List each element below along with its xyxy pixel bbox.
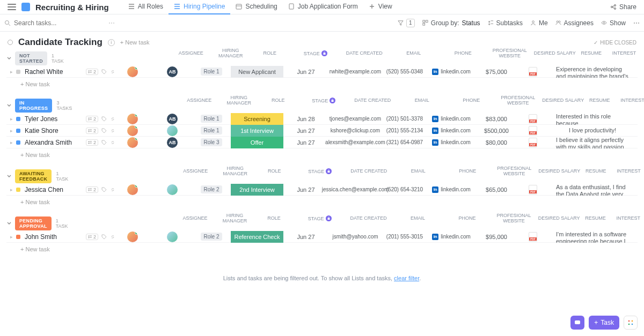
task-name[interactable]: Katie Shore	[25, 127, 83, 135]
col-phone[interactable]: PHONE	[449, 98, 494, 103]
role-chip[interactable]: Role 2	[201, 185, 223, 193]
me-button[interactable]: Me	[530, 19, 548, 27]
status-pill[interactable]: NOT STARTED	[15, 51, 47, 65]
col-phone[interactable]: PHONE	[445, 215, 490, 221]
expand-icon[interactable]: ▸	[6, 234, 16, 240]
pdf-icon[interactable]	[529, 185, 537, 195]
tag-icon[interactable]	[101, 128, 107, 133]
subtask-count[interactable]: 2	[86, 116, 98, 122]
col-date[interactable]: DATE CREATED	[342, 50, 387, 56]
status-dot[interactable]	[16, 235, 20, 239]
col-resume[interactable]: RESUME	[580, 215, 611, 221]
website-link[interactable]: inlinkedin.com	[432, 116, 471, 122]
new-task-link[interactable]: + New task	[120, 39, 150, 46]
pdf-icon[interactable]	[529, 114, 537, 124]
col-interest[interactable]: INTEREST	[615, 98, 644, 103]
hamburger-icon[interactable]	[8, 4, 16, 10]
role-chip[interactable]: Role 2	[201, 233, 223, 241]
info-icon[interactable]: i	[108, 39, 115, 46]
email-cell[interactable]: jsmith@yahoo.com	[328, 234, 382, 240]
hide-closed-button[interactable]: ✓ HIDE CLOSED	[594, 40, 636, 46]
col-website[interactable]: PROFESIONAL WEBSITE	[490, 213, 538, 223]
stage-cell[interactable]: Reference Check	[231, 231, 283, 243]
task-row[interactable]: ▸ Katie Shore 2 Role 1 1st Interview Jun…	[6, 125, 638, 137]
assignees-button[interactable]: Assignees	[555, 19, 594, 27]
col-stage[interactable]: STAGE	[294, 168, 346, 174]
task-name[interactable]: Tyler Jones	[25, 115, 83, 123]
avatar[interactable]	[127, 66, 138, 77]
col-role[interactable]: ROLE	[255, 168, 294, 174]
show-button[interactable]: Show	[601, 19, 626, 27]
expand-icon[interactable]: ▸	[6, 128, 16, 133]
website-link[interactable]: inlinkedin.com	[432, 139, 471, 146]
task-row[interactable]: ▸ Jessica Chen 2 Role 2 2nd Interview Ju…	[6, 184, 638, 196]
group-collapse-toggle[interactable]	[6, 220, 12, 227]
stage-cell[interactable]: 1st Interview	[231, 125, 283, 137]
status-dot[interactable]	[16, 188, 20, 192]
status-dot[interactable]	[16, 117, 20, 121]
tag-icon[interactable]	[101, 69, 107, 74]
col-website[interactable]: PROFESIONAL WEBSITE	[494, 95, 542, 106]
email-cell[interactable]: alexsmith@example.com	[328, 139, 382, 145]
website-link[interactable]: inlinkedin.com	[432, 69, 471, 75]
col-assignee[interactable]: ASSIGNEE	[175, 168, 215, 174]
col-resume[interactable]: RESUME	[584, 98, 615, 103]
stage-cell[interactable]: Screening	[231, 113, 283, 125]
new-task-row[interactable]: + New task	[6, 148, 638, 161]
col-manager[interactable]: HIRING MANAGER	[215, 166, 255, 176]
stage-cell[interactable]: Offer	[231, 137, 283, 148]
tab-application-form[interactable]: Job Application Form	[283, 0, 363, 14]
group-by-button[interactable]: Group by: Status	[422, 19, 480, 27]
expand-icon[interactable]: ▸	[6, 69, 16, 74]
avatar[interactable]	[127, 114, 138, 124]
subtasks-button[interactable]: Subtasks	[488, 19, 523, 27]
website-link[interactable]: inlinkedin.com	[432, 128, 471, 134]
col-date[interactable]: DATE CREATED	[346, 215, 391, 221]
role-chip[interactable]: Role 1	[201, 115, 223, 123]
role-chip[interactable]: Role 1	[201, 68, 223, 76]
avatar[interactable]	[167, 232, 178, 242]
task-name[interactable]: John Smith	[25, 233, 83, 241]
group-collapse-toggle[interactable]	[6, 102, 12, 109]
subtask-count[interactable]: 2	[86, 234, 98, 240]
status-dot[interactable]	[16, 140, 20, 145]
status-pill[interactable]: PENDING APPROVAL	[15, 216, 52, 230]
subtask-count[interactable]: 2	[86, 128, 98, 134]
status-dot[interactable]	[16, 129, 20, 133]
email-cell[interactable]: tjones@example.com	[328, 116, 382, 122]
role-chip[interactable]: Role 1	[201, 126, 223, 135]
role-chip[interactable]: Role 3	[201, 138, 223, 146]
col-website[interactable]: PROFESIONAL WEBSITE	[486, 48, 534, 58]
expand-icon[interactable]: ▸	[6, 116, 16, 122]
avatar[interactable]	[127, 125, 138, 136]
col-manager[interactable]: HIRING MANAGER	[215, 213, 255, 223]
col-interest[interactable]: INTEREST	[611, 215, 644, 221]
share-button[interactable]: Share	[610, 3, 636, 11]
col-email[interactable]: EMAIL	[391, 168, 445, 174]
avatar[interactable]: AB	[167, 66, 178, 77]
tab-all-roles[interactable]: All Roles	[123, 0, 169, 14]
avatar[interactable]: AB	[167, 137, 178, 148]
task-name[interactable]: Alexandra Smith	[25, 139, 83, 146]
subtask-count[interactable]: 2	[86, 69, 98, 75]
col-assignee[interactable]: ASSIGNEE	[171, 50, 211, 56]
col-stage[interactable]: STAGE	[289, 50, 342, 56]
avatar[interactable]	[167, 184, 178, 195]
col-assignee[interactable]: ASSIGNEE	[179, 98, 219, 103]
more-icon[interactable]: ⋯	[633, 19, 640, 27]
website-link[interactable]: inlinkedin.com	[432, 234, 471, 240]
avatar[interactable]	[127, 232, 138, 242]
email-cell[interactable]: rwhite@example.com	[328, 69, 382, 74]
search-input[interactable]	[14, 19, 62, 27]
tab-scheduling[interactable]: Scheduling	[230, 0, 282, 14]
collapse-list-toggle[interactable]	[8, 40, 13, 45]
col-phone[interactable]: PHONE	[445, 168, 490, 174]
avatar[interactable]	[127, 137, 138, 148]
stage-cell[interactable]: New Applicant	[231, 66, 283, 78]
col-manager[interactable]: HIRING MANAGER	[219, 95, 259, 106]
col-website[interactable]: PROFESIONAL WEBSITE	[490, 166, 538, 176]
avatar[interactable]: AB	[167, 114, 178, 124]
expand-icon[interactable]: ▸	[6, 187, 16, 192]
pdf-icon[interactable]	[529, 126, 537, 136]
tag-icon[interactable]	[101, 187, 107, 192]
